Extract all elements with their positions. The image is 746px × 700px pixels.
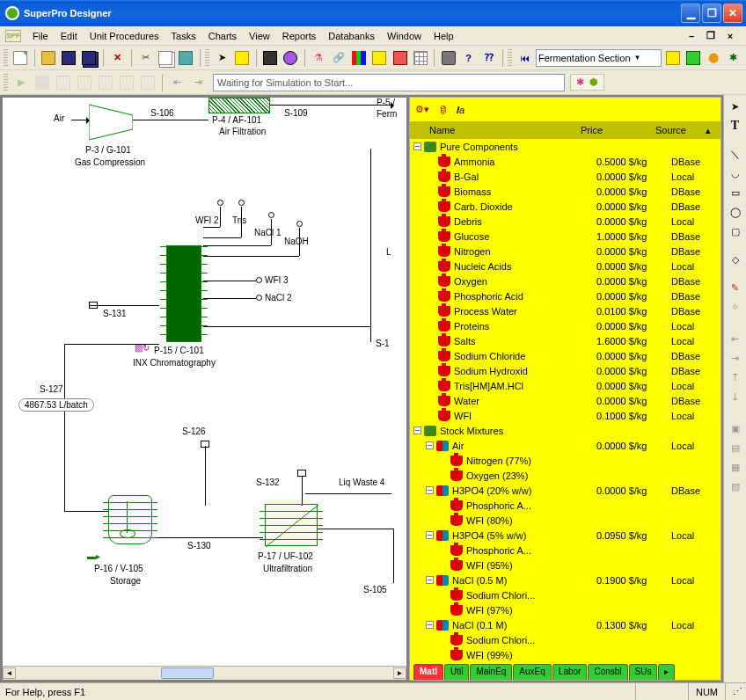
nav-button-2[interactable]: [684, 48, 702, 68]
menu-edit[interactable]: Edit: [55, 29, 84, 43]
sim-b3[interactable]: [96, 73, 115, 92]
print-button[interactable]: [439, 48, 457, 68]
tree-mixture-component[interactable]: WFI (99%): [410, 647, 720, 662]
context-help-button[interactable]: ⁇: [479, 48, 498, 68]
save-all-button[interactable]: [80, 48, 99, 68]
tree-mixture-component[interactable]: WFI (95%): [410, 558, 720, 572]
simulate-button[interactable]: [282, 48, 300, 68]
link-button[interactable]: 🔗: [330, 48, 348, 68]
align-2-icon[interactable]: ⇥: [728, 350, 743, 366]
calculator-button[interactable]: [261, 48, 280, 68]
toolbar-grip[interactable]: [508, 49, 512, 67]
tree-mixture-component[interactable]: Oxygen (23%): [410, 468, 720, 483]
ellipse-tool-icon[interactable]: ◯: [728, 204, 743, 220]
mdi-close-button[interactable]: ×: [723, 30, 737, 42]
toolbar-grip[interactable]: [4, 74, 8, 91]
mdi-minimize-button[interactable]: –: [684, 30, 698, 42]
tree-item[interactable]: Salts1.6000 $/kgLocal: [410, 333, 720, 348]
sim-step-button[interactable]: [33, 73, 52, 92]
copy-button[interactable]: [157, 48, 175, 68]
rounded-rect-icon[interactable]: ▢: [728, 223, 743, 239]
tree-group-stock[interactable]: –Stock Mixtures: [410, 423, 720, 438]
flow-tag[interactable]: 4867.53 L/batch: [18, 398, 94, 412]
tree-mixture[interactable]: –NaCl (0.1 M)0.1300 $/kgLocal: [410, 617, 720, 632]
toolbar-grip[interactable]: [205, 49, 209, 67]
tab-maineq[interactable]: MainEq: [470, 664, 512, 680]
unit-ultrafiltration[interactable]: [265, 504, 318, 546]
unit-compressor[interactable]: [89, 105, 133, 140]
tree-item[interactable]: WFI0.1000 $/kgLocal: [410, 408, 720, 423]
tree-mixture-component[interactable]: Phosphoric A...: [410, 543, 720, 558]
tree-mixture-component[interactable]: Nitrogen (77%): [410, 453, 720, 468]
scroll-thumb[interactable]: [161, 667, 214, 679]
section-combo[interactable]: Fermentation Section▼: [536, 49, 662, 67]
tree-mixture[interactable]: –H3PO4 (5% w/w)0.0950 $/kgLocal: [410, 528, 720, 543]
table-button[interactable]: [411, 48, 429, 68]
tree-mixture-component[interactable]: WFI (97%): [410, 602, 720, 617]
rect-tool-icon[interactable]: ▭: [728, 185, 743, 201]
menu-databanks[interactable]: Databanks: [322, 29, 381, 43]
line-tool-icon[interactable]: ＼: [728, 146, 743, 162]
tab-overflow[interactable]: ▸: [658, 664, 675, 680]
tree-mixture[interactable]: –Air0.0000 $/kgLocal: [410, 438, 720, 453]
delete-button[interactable]: ✕: [108, 48, 127, 68]
pointer-icon[interactable]: ➤: [728, 98, 743, 114]
sim-play-button[interactable]: ▶: [11, 73, 31, 92]
tree-item[interactable]: Phosphoric Acid0.0000 $/kgDBase: [410, 288, 720, 303]
menu-charts[interactable]: Charts: [202, 29, 243, 43]
tree-item[interactable]: Proteins0.0000 $/kgLocal: [410, 318, 720, 333]
panel-header[interactable]: Name Price Source ▴: [409, 121, 721, 139]
equipment-button[interactable]: [391, 48, 409, 68]
layer-down-icon[interactable]: ▧: [728, 478, 743, 494]
sim-next-button[interactable]: ⇥: [188, 73, 208, 92]
tree-item[interactable]: Ammonia0.5000 $/kgDBase: [410, 154, 720, 169]
tree-item[interactable]: Nitrogen0.0000 $/kgDBase: [410, 244, 720, 259]
tree-mixture-component[interactable]: WFI (80%): [410, 513, 720, 528]
scroll-left-button[interactable]: ◄: [3, 667, 16, 679]
sim-prev-button[interactable]: ⇤: [167, 73, 186, 92]
tree-item[interactable]: Tris[HM]AM.HCl0.0000 $/kgLocal: [410, 378, 720, 393]
unit-chromatography-column[interactable]: [166, 245, 201, 342]
menu-window[interactable]: Window: [381, 29, 428, 43]
eyedropper-icon[interactable]: ✎: [728, 280, 743, 295]
tag-tool-icon[interactable]: ◇: [728, 252, 743, 267]
close-button[interactable]: ✕: [723, 4, 742, 23]
sim-b1[interactable]: [54, 73, 73, 92]
align-1-icon[interactable]: ⇤: [728, 331, 743, 346]
schedule-button[interactable]: [370, 48, 389, 68]
menu-file[interactable]: File: [26, 29, 55, 43]
flowsheet-canvas[interactable]: Air S-106 P-3 / G-101 Gas Compression P-…: [3, 98, 406, 666]
unit-storage-tank[interactable]: [108, 495, 152, 544]
tab-sus[interactable]: SUs: [629, 664, 658, 680]
horizontal-scrollbar[interactable]: ◄ ►: [3, 666, 406, 680]
nav-button-3[interactable]: ⬤: [704, 48, 722, 68]
menu-unit-procedures[interactable]: Unit Procedures: [84, 29, 165, 43]
tab-util[interactable]: Util: [444, 664, 469, 680]
tree-item[interactable]: Nucleic Acids0.0000 $/kgLocal: [410, 259, 720, 273]
tree-item[interactable]: Biomass0.0000 $/kgDBase: [410, 184, 720, 199]
tree-item[interactable]: B-Gal0.0000 $/kgLocal: [410, 169, 720, 184]
tab-matl[interactable]: Matl: [413, 664, 443, 680]
send-back-icon[interactable]: ▤: [728, 440, 743, 456]
process-explorer-button[interactable]: [233, 48, 252, 68]
menu-reports[interactable]: Reports: [276, 29, 323, 43]
panel-tool-3[interactable]: Ia: [457, 105, 464, 115]
tree-item[interactable]: Oxygen0.0000 $/kgDBase: [410, 273, 720, 288]
text-tool-icon[interactable]: T: [728, 118, 743, 134]
arc-tool-icon[interactable]: ◡: [728, 165, 743, 181]
maximize-button[interactable]: ❐: [702, 4, 721, 23]
tree-item[interactable]: Process Water0.0100 $/kgDBase: [410, 303, 720, 318]
panel-tree[interactable]: –Pure ComponentsAmmonia0.5000 $/kgDBaseB…: [409, 139, 721, 663]
tab-auxeq[interactable]: AuxEq: [513, 664, 551, 680]
paste-button[interactable]: [177, 48, 195, 68]
nav-button-4[interactable]: ✱: [724, 48, 742, 68]
tree-mixture[interactable]: –H3PO4 (20% w/w)0.0000 $/kgDBase: [410, 483, 720, 498]
mdi-restore-button[interactable]: ❐: [704, 30, 718, 42]
tree-item[interactable]: Water0.0000 $/kgDBase: [410, 393, 720, 408]
flask-button[interactable]: ⚗: [310, 48, 328, 68]
tree-mixture[interactable]: –NaCl (0.5 M)0.1900 $/kgLocal: [410, 572, 720, 587]
toolbar-grip[interactable]: [4, 49, 8, 67]
tab-labor[interactable]: Labor: [552, 664, 588, 680]
sim-b2[interactable]: [75, 73, 94, 92]
tree-item[interactable]: Sodium Chloride0.0000 $/kgDBase: [410, 348, 720, 363]
